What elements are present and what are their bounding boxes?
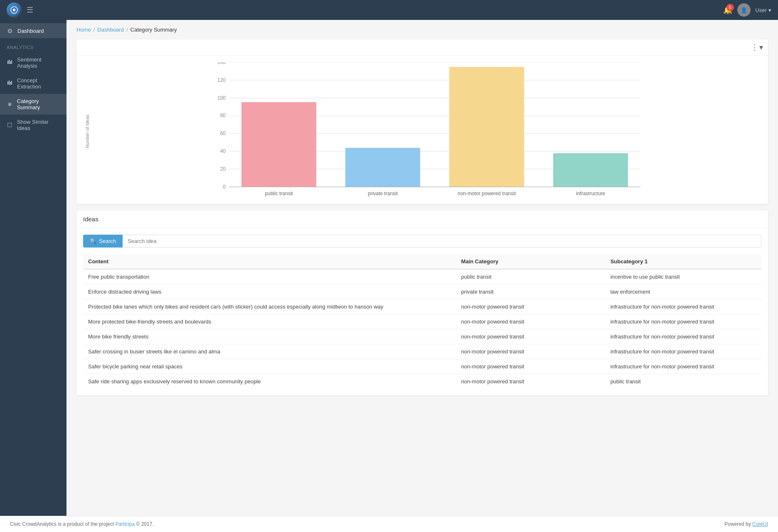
cell-content: Enforce distracted driving laws <box>83 284 456 299</box>
notification-badge: 5 <box>726 4 734 11</box>
category-icon: ≡ <box>7 101 13 108</box>
avatar: 👤 <box>737 3 751 17</box>
svg-text:infrastructure: infrastructure <box>576 191 605 196</box>
search-icon: 🔍 <box>90 238 96 244</box>
search-button-label: Search <box>99 238 116 244</box>
sentiment-icon <box>7 59 13 66</box>
cell-main-category: non-motor powered transit <box>456 299 606 314</box>
bar-private-transit <box>345 148 420 187</box>
ideas-table: Content Main Category Subcategory 1 Free… <box>83 254 761 389</box>
svg-rect-3 <box>7 61 8 64</box>
ideas-body: 🔍 Search Content Main Category Subcatego… <box>76 228 768 395</box>
logo-icon <box>7 2 22 17</box>
breadcrumb-sep-2: / <box>126 27 128 33</box>
breadcrumb-sep-1: / <box>94 27 95 33</box>
notification-button[interactable]: 🔔 5 <box>723 5 732 15</box>
hamburger-button[interactable]: ☰ <box>27 5 33 15</box>
svg-text:80: 80 <box>220 113 226 118</box>
table-header-row: Content Main Category Subcategory 1 <box>83 254 761 269</box>
cell-subcategory: law enforcement <box>606 284 761 299</box>
content-area: Home / Dashboard / Category Summary ⋮ ▾ … <box>66 20 778 516</box>
search-input[interactable] <box>123 235 761 248</box>
table-row: More bike friendly streets non-motor pow… <box>83 329 761 344</box>
chart-card-header: ⋮ ▾ <box>76 39 768 56</box>
svg-rect-7 <box>7 81 8 85</box>
coreui-link[interactable]: CoreUI <box>752 521 768 527</box>
svg-text:60: 60 <box>220 130 226 136</box>
table-row: Protected bike lanes which only bikes an… <box>83 299 761 314</box>
sidebar-item-sentiment[interactable]: Sentiment Analysis <box>0 52 66 73</box>
footer-right-text: Powered by <box>724 521 752 527</box>
cell-subcategory: infrastructure for non-motor powered tra… <box>606 299 761 314</box>
cell-subcategory: infrastructure for non-motor powered tra… <box>606 344 761 359</box>
cell-content: More bike friendly streets <box>83 329 456 344</box>
bar-nonmotor-transit <box>449 67 524 187</box>
table-row: Safer crossing in busier streets like el… <box>83 344 761 359</box>
sidebar-item-dashboard[interactable]: ⊙ Dashboard <box>0 23 66 38</box>
breadcrumb-dashboard[interactable]: Dashboard <box>97 27 124 33</box>
sidebar-item-concept[interactable]: Concept Extraction <box>0 73 66 94</box>
svg-rect-10 <box>11 81 12 85</box>
user-label: User <box>756 7 767 13</box>
concept-icon <box>7 80 13 87</box>
table-row: Safer bicycle parking near retail spaces… <box>83 359 761 374</box>
top-bar: ☰ 🔔 5 👤 User ▾ <box>0 0 778 20</box>
bar-infrastructure <box>553 153 628 187</box>
sidebar-item-label: Dashboard <box>17 28 44 34</box>
svg-text:40: 40 <box>220 148 226 154</box>
footer-left: Civic CrowdAnalytics is a product of the… <box>10 521 154 527</box>
table-row: Safe ride sharing apps exclusively reser… <box>83 374 761 389</box>
app-wrapper: ☰ 🔔 5 👤 User ▾ ⊙ Dashboard ANALYTICS <box>0 0 778 532</box>
search-row: 🔍 Search <box>83 235 761 248</box>
more-options-button[interactable]: ⋮ ▾ <box>751 43 763 52</box>
svg-rect-8 <box>9 81 10 85</box>
svg-text:public transit: public transit <box>265 191 293 196</box>
svg-text:20: 20 <box>220 166 226 172</box>
chart-svg: 0 20 40 60 80 100 120 140 public transit <box>91 62 761 199</box>
table-body: Free public transportation public transi… <box>83 269 761 389</box>
top-bar-right: 🔔 5 👤 User ▾ <box>723 3 771 17</box>
svg-rect-4 <box>9 60 10 64</box>
cell-main-category: non-motor powered transit <box>456 314 606 329</box>
chart-y-label: Number of Ideas <box>83 62 90 201</box>
svg-rect-9 <box>10 82 11 85</box>
cell-content: More protected bike-friendly streets and… <box>83 314 456 329</box>
svg-rect-5 <box>10 61 11 64</box>
sidebar-item-category[interactable]: ≡ Category Summary <box>0 94 66 115</box>
sidebar-item-label: Concept Extraction <box>17 77 60 90</box>
breadcrumb-home[interactable]: Home <box>76 27 91 33</box>
table-row: Free public transportation public transi… <box>83 269 761 284</box>
svg-rect-6 <box>11 60 12 64</box>
chart-area: Number of Ideas <box>76 56 768 204</box>
svg-text:120: 120 <box>217 77 226 83</box>
dropdown-icon: ▾ <box>768 7 771 13</box>
ideas-section-title: Ideas <box>76 211 768 228</box>
table-row: Enforce distracted driving laws private … <box>83 284 761 299</box>
sidebar-item-similar[interactable]: ☐ Show Similar Ideas <box>0 115 66 135</box>
cell-main-category: non-motor powered transit <box>456 374 606 389</box>
logo-wrapper <box>7 2 22 17</box>
svg-text:100: 100 <box>217 95 226 101</box>
top-bar-left: ☰ <box>7 2 33 17</box>
bar-public-transit <box>241 102 316 187</box>
search-button[interactable]: 🔍 Search <box>83 235 123 248</box>
svg-text:0: 0 <box>223 184 226 190</box>
cell-subcategory: infrastructure for non-motor powered tra… <box>606 329 761 344</box>
footer-right: Powered by CoreUI <box>724 521 768 527</box>
user-menu-button[interactable]: User ▾ <box>756 7 771 13</box>
cell-content: Safer crossing in busier streets like el… <box>83 344 456 359</box>
cell-main-category: non-motor powered transit <box>456 359 606 374</box>
cell-subcategory: infrastructure for non-motor powered tra… <box>606 359 761 374</box>
cell-subcategory: incentive to use public transit <box>606 269 761 284</box>
sidebar-item-label: Sentiment Analysis <box>17 56 60 69</box>
col-header-content: Content <box>83 254 456 269</box>
cell-content: Safe ride sharing apps exclusively reser… <box>83 374 456 389</box>
hamburger-icon: ☰ <box>27 6 33 14</box>
col-header-main-category: Main Category <box>456 254 606 269</box>
sidebar: ⊙ Dashboard ANALYTICS Sentiment Analysis <box>0 20 66 516</box>
sidebar-item-label: Show Similar Ideas <box>17 119 60 131</box>
cell-content: Protected bike lanes which only bikes an… <box>83 299 456 314</box>
cell-main-category: non-motor powered transit <box>456 329 606 344</box>
participa-link[interactable]: Participa <box>115 521 135 527</box>
dashboard-icon: ⊙ <box>7 27 13 34</box>
